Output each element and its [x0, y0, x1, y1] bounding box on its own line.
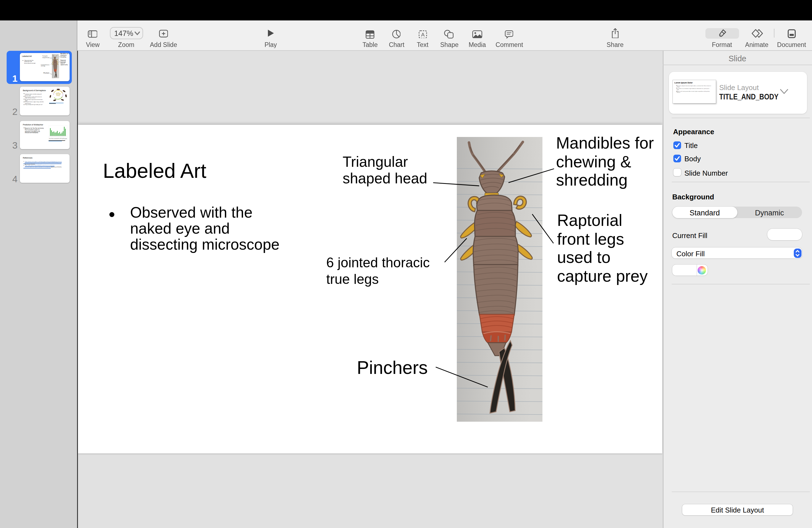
svg-text:Inset: Entire annotated Part 5: Inset: Entire annotated Part 5/8 Top Hat…	[49, 138, 67, 139]
svg-text:A: A	[421, 31, 425, 37]
